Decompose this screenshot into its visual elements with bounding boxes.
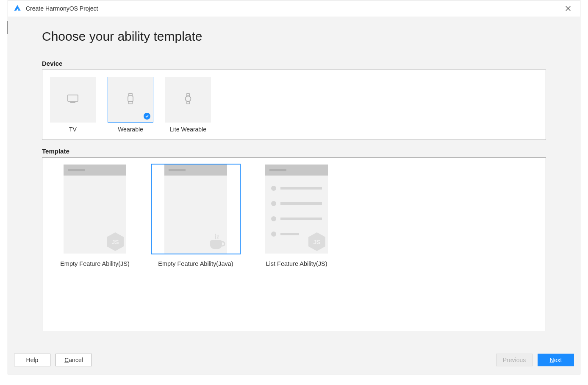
previous-button: Previous: [496, 354, 533, 366]
checkmark-icon: [144, 113, 150, 120]
content-area: Choose your ability template Device TV: [8, 17, 580, 349]
device-section-label: Device: [42, 60, 546, 67]
template-item-empty-java[interactable]: Empty Feature Ability(Java): [151, 164, 241, 267]
device-selection-box: TV: [42, 70, 546, 140]
template-item-empty-js[interactable]: JS Empty Feature Ability(JS): [50, 164, 140, 267]
next-button[interactable]: Next: [538, 354, 574, 366]
cancel-button[interactable]: Cancel: [55, 354, 92, 366]
page-heading: Choose your ability template: [42, 29, 546, 44]
js-badge-icon: JS: [308, 232, 326, 252]
window-title: Create HarmonyOS Project: [26, 5, 561, 12]
js-badge-icon: JS: [106, 232, 125, 252]
svg-text:JS: JS: [313, 239, 320, 246]
tv-icon: [67, 94, 79, 106]
svg-rect-9: [187, 102, 189, 104]
java-badge-icon: [207, 232, 225, 252]
device-item-tv[interactable]: TV: [50, 77, 96, 133]
footer: Help Cancel Previous Next: [8, 349, 580, 374]
svg-point-7: [186, 96, 191, 102]
close-button[interactable]: [561, 2, 575, 15]
titlebar: Create HarmonyOS Project: [8, 0, 580, 17]
svg-rect-8: [187, 94, 189, 96]
create-project-dialog: Create HarmonyOS Project Choose your abi…: [8, 0, 580, 374]
help-button[interactable]: Help: [14, 354, 50, 366]
device-item-wearable[interactable]: Wearable: [108, 77, 153, 133]
svg-rect-2: [68, 95, 78, 101]
svg-rect-4: [128, 96, 133, 102]
template-label: Empty Feature Ability(Java): [158, 260, 233, 267]
template-item-list-js[interactable]: JS List Feature Ability(JS): [252, 164, 341, 267]
template-selection-box: JS Empty Feature Ability(JS): [42, 157, 546, 331]
svg-text:JS: JS: [111, 239, 119, 246]
wearable-icon: [126, 93, 135, 106]
template-section-label: Template: [42, 148, 546, 155]
lite-wearable-icon: [184, 93, 192, 106]
device-label: Lite Wearable: [170, 126, 206, 133]
device-label: TV: [69, 126, 77, 133]
svg-rect-6: [129, 102, 132, 104]
device-item-lite-wearable[interactable]: Lite Wearable: [165, 77, 211, 133]
app-icon: [13, 4, 22, 13]
svg-rect-5: [129, 94, 132, 96]
template-label: List Feature Ability(JS): [266, 260, 327, 267]
device-label: Wearable: [118, 126, 143, 133]
template-label: Empty Feature Ability(JS): [60, 260, 130, 267]
